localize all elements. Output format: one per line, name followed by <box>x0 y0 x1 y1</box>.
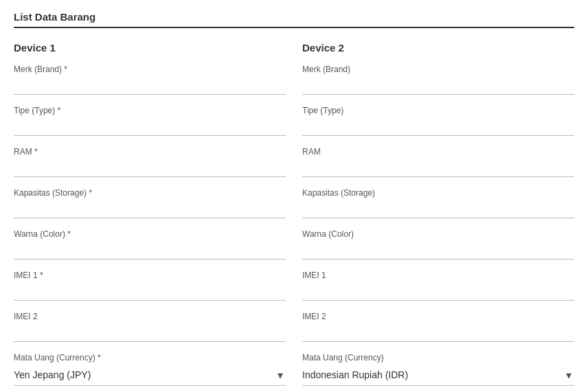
device1-brand-group: Merk (Brand) * <box>14 65 286 95</box>
device1-currency-select[interactable]: Yen Jepang (JPY) Indonesian Rupiah (IDR)… <box>14 364 286 386</box>
device1-imei1-group: IMEI 1 * <box>14 270 286 301</box>
device2-imei2-group: IMEI 2 <box>302 312 574 342</box>
device1-currency-group: Mata Uang (Currency) * Yen Jepang (JPY) … <box>14 353 286 386</box>
page-title: List Data Barang <box>14 11 574 28</box>
device2-currency-group: Mata Uang (Currency) Indonesian Rupiah (… <box>302 353 574 386</box>
device1-brand-label: Merk (Brand) * <box>14 65 286 74</box>
device2-imei1-input[interactable] <box>302 281 574 301</box>
device1-currency-label: Mata Uang (Currency) * <box>14 353 286 362</box>
device1-color-label: Warna (Color) * <box>14 229 286 239</box>
device2-ram-label: RAM <box>302 147 574 157</box>
device2-currency-select[interactable]: Indonesian Rupiah (IDR) Yen Jepang (JPY)… <box>302 364 574 386</box>
device2-brand-group: Merk (Brand) <box>302 65 574 95</box>
device2-imei1-group: IMEI 1 <box>302 270 574 301</box>
device2-storage-group: Kapasitas (Storage) <box>302 188 574 218</box>
device1-ram-label: RAM * <box>14 147 286 157</box>
device1-imei2-input[interactable] <box>14 323 286 342</box>
device1-storage-label: Kapasitas (Storage) * <box>14 188 286 198</box>
device1-imei2-group: IMEI 2 <box>14 312 286 342</box>
device1-storage-input[interactable] <box>14 199 286 218</box>
device1-currency-wrapper: Yen Jepang (JPY) Indonesian Rupiah (IDR)… <box>14 364 286 386</box>
device2-color-label: Warna (Color) <box>302 229 574 239</box>
device2-heading: Device 2 <box>302 42 574 54</box>
device1-type-label: Tipe (Type) * <box>14 106 286 115</box>
device1-color-group: Warna (Color) * <box>14 229 286 260</box>
device1-brand-input[interactable] <box>14 76 286 95</box>
device2-type-input[interactable] <box>302 117 574 136</box>
device1-type-group: Tipe (Type) * <box>14 106 286 136</box>
device1-ram-input[interactable] <box>14 158 286 177</box>
device1-type-input[interactable] <box>14 117 286 136</box>
device2-ram-input[interactable] <box>302 158 574 177</box>
device2-color-group: Warna (Color) <box>302 229 574 260</box>
device2-currency-label: Mata Uang (Currency) <box>302 353 574 362</box>
device2-color-input[interactable] <box>302 240 574 260</box>
device2-imei1-label: IMEI 1 <box>302 270 574 280</box>
device1-heading: Device 1 <box>14 42 286 54</box>
device1-section: Device 1 Merk (Brand) * Tipe (Type) * RA… <box>14 42 286 392</box>
device1-storage-group: Kapasitas (Storage) * <box>14 188 286 218</box>
device2-storage-input[interactable] <box>302 199 574 218</box>
device2-imei2-label: IMEI 2 <box>302 312 574 321</box>
device1-color-input[interactable] <box>14 240 286 260</box>
device1-ram-group: RAM * <box>14 147 286 177</box>
device2-currency-wrapper: Indonesian Rupiah (IDR) Yen Jepang (JPY)… <box>302 364 574 386</box>
device1-imei2-label: IMEI 2 <box>14 312 286 321</box>
device2-section: Device 2 Merk (Brand) Tipe (Type) RAM Ka… <box>302 42 574 392</box>
device2-storage-label: Kapasitas (Storage) <box>302 188 574 198</box>
device2-type-group: Tipe (Type) <box>302 106 574 136</box>
device1-imei1-input[interactable] <box>14 281 286 301</box>
device1-imei1-label: IMEI 1 * <box>14 270 286 280</box>
device2-brand-input[interactable] <box>302 76 574 95</box>
device2-type-label: Tipe (Type) <box>302 106 574 115</box>
device2-brand-label: Merk (Brand) <box>302 65 574 74</box>
device2-ram-group: RAM <box>302 147 574 177</box>
device2-imei2-input[interactable] <box>302 323 574 342</box>
